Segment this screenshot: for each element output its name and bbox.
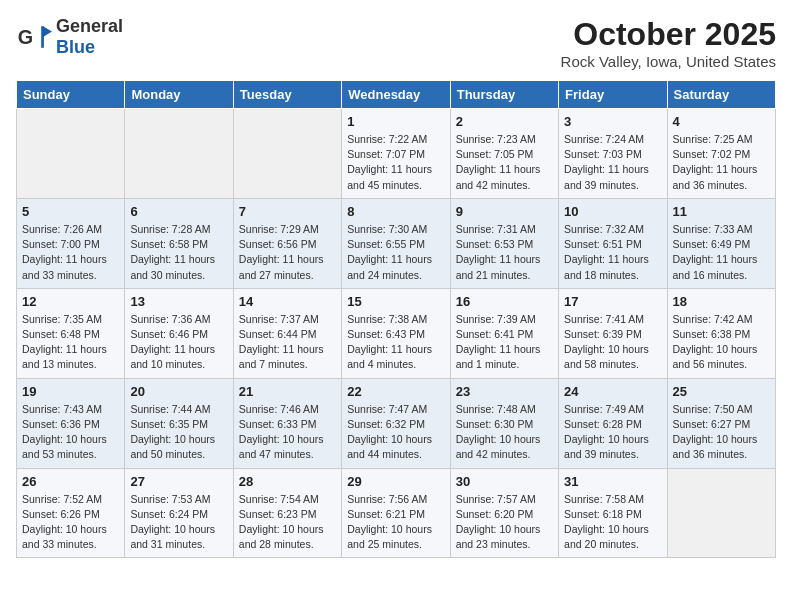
title-block: October 2025 Rock Valley, Iowa, United S… <box>561 16 776 70</box>
day-number: 7 <box>239 204 336 219</box>
calendar-cell: 4Sunrise: 7:25 AMSunset: 7:02 PMDaylight… <box>667 109 775 199</box>
calendar-cell: 8Sunrise: 7:30 AMSunset: 6:55 PMDaylight… <box>342 198 450 288</box>
calendar-cell <box>17 109 125 199</box>
calendar-cell: 17Sunrise: 7:41 AMSunset: 6:39 PMDayligh… <box>559 288 667 378</box>
day-info: Sunrise: 7:58 AMSunset: 6:18 PMDaylight:… <box>564 492 661 553</box>
day-number: 16 <box>456 294 553 309</box>
day-info: Sunrise: 7:29 AMSunset: 6:56 PMDaylight:… <box>239 222 336 283</box>
day-info: Sunrise: 7:23 AMSunset: 7:05 PMDaylight:… <box>456 132 553 193</box>
calendar-cell: 28Sunrise: 7:54 AMSunset: 6:23 PMDayligh… <box>233 468 341 558</box>
calendar-cell: 7Sunrise: 7:29 AMSunset: 6:56 PMDaylight… <box>233 198 341 288</box>
calendar-cell: 23Sunrise: 7:48 AMSunset: 6:30 PMDayligh… <box>450 378 558 468</box>
day-number: 6 <box>130 204 227 219</box>
day-info: Sunrise: 7:43 AMSunset: 6:36 PMDaylight:… <box>22 402 119 463</box>
day-number: 3 <box>564 114 661 129</box>
day-number: 13 <box>130 294 227 309</box>
calendar-cell: 20Sunrise: 7:44 AMSunset: 6:35 PMDayligh… <box>125 378 233 468</box>
day-number: 17 <box>564 294 661 309</box>
calendar-cell: 10Sunrise: 7:32 AMSunset: 6:51 PMDayligh… <box>559 198 667 288</box>
day-number: 12 <box>22 294 119 309</box>
logo: G General Blue <box>16 16 123 58</box>
day-info: Sunrise: 7:50 AMSunset: 6:27 PMDaylight:… <box>673 402 770 463</box>
day-info: Sunrise: 7:46 AMSunset: 6:33 PMDaylight:… <box>239 402 336 463</box>
day-number: 10 <box>564 204 661 219</box>
calendar-cell: 27Sunrise: 7:53 AMSunset: 6:24 PMDayligh… <box>125 468 233 558</box>
day-number: 5 <box>22 204 119 219</box>
day-info: Sunrise: 7:53 AMSunset: 6:24 PMDaylight:… <box>130 492 227 553</box>
calendar-cell: 25Sunrise: 7:50 AMSunset: 6:27 PMDayligh… <box>667 378 775 468</box>
calendar-header: SundayMondayTuesdayWednesdayThursdayFrid… <box>17 81 776 109</box>
day-number: 31 <box>564 474 661 489</box>
calendar-cell: 14Sunrise: 7:37 AMSunset: 6:44 PMDayligh… <box>233 288 341 378</box>
day-info: Sunrise: 7:57 AMSunset: 6:20 PMDaylight:… <box>456 492 553 553</box>
calendar-cell: 6Sunrise: 7:28 AMSunset: 6:58 PMDaylight… <box>125 198 233 288</box>
calendar-cell: 29Sunrise: 7:56 AMSunset: 6:21 PMDayligh… <box>342 468 450 558</box>
calendar-body: 1Sunrise: 7:22 AMSunset: 7:07 PMDaylight… <box>17 109 776 558</box>
calendar-cell: 24Sunrise: 7:49 AMSunset: 6:28 PMDayligh… <box>559 378 667 468</box>
day-info: Sunrise: 7:54 AMSunset: 6:23 PMDaylight:… <box>239 492 336 553</box>
svg-text:G: G <box>18 26 33 48</box>
day-info: Sunrise: 7:49 AMSunset: 6:28 PMDaylight:… <box>564 402 661 463</box>
day-info: Sunrise: 7:38 AMSunset: 6:43 PMDaylight:… <box>347 312 444 373</box>
calendar-cell <box>233 109 341 199</box>
day-info: Sunrise: 7:32 AMSunset: 6:51 PMDaylight:… <box>564 222 661 283</box>
weekday-friday: Friday <box>559 81 667 109</box>
day-number: 27 <box>130 474 227 489</box>
day-number: 14 <box>239 294 336 309</box>
calendar-cell: 15Sunrise: 7:38 AMSunset: 6:43 PMDayligh… <box>342 288 450 378</box>
day-number: 24 <box>564 384 661 399</box>
day-number: 26 <box>22 474 119 489</box>
day-number: 2 <box>456 114 553 129</box>
day-number: 8 <box>347 204 444 219</box>
calendar-week-1: 5Sunrise: 7:26 AMSunset: 7:00 PMDaylight… <box>17 198 776 288</box>
calendar-cell: 9Sunrise: 7:31 AMSunset: 6:53 PMDaylight… <box>450 198 558 288</box>
day-info: Sunrise: 7:44 AMSunset: 6:35 PMDaylight:… <box>130 402 227 463</box>
calendar-cell: 16Sunrise: 7:39 AMSunset: 6:41 PMDayligh… <box>450 288 558 378</box>
svg-rect-3 <box>41 26 44 48</box>
day-number: 30 <box>456 474 553 489</box>
calendar-cell: 12Sunrise: 7:35 AMSunset: 6:48 PMDayligh… <box>17 288 125 378</box>
calendar-cell: 18Sunrise: 7:42 AMSunset: 6:38 PMDayligh… <box>667 288 775 378</box>
day-number: 25 <box>673 384 770 399</box>
day-info: Sunrise: 7:30 AMSunset: 6:55 PMDaylight:… <box>347 222 444 283</box>
day-info: Sunrise: 7:35 AMSunset: 6:48 PMDaylight:… <box>22 312 119 373</box>
day-info: Sunrise: 7:48 AMSunset: 6:30 PMDaylight:… <box>456 402 553 463</box>
calendar-cell: 22Sunrise: 7:47 AMSunset: 6:32 PMDayligh… <box>342 378 450 468</box>
day-info: Sunrise: 7:39 AMSunset: 6:41 PMDaylight:… <box>456 312 553 373</box>
day-info: Sunrise: 7:22 AMSunset: 7:07 PMDaylight:… <box>347 132 444 193</box>
calendar-cell: 11Sunrise: 7:33 AMSunset: 6:49 PMDayligh… <box>667 198 775 288</box>
calendar-cell: 13Sunrise: 7:36 AMSunset: 6:46 PMDayligh… <box>125 288 233 378</box>
day-info: Sunrise: 7:24 AMSunset: 7:03 PMDaylight:… <box>564 132 661 193</box>
day-info: Sunrise: 7:37 AMSunset: 6:44 PMDaylight:… <box>239 312 336 373</box>
logo-text-general: General <box>56 16 123 36</box>
calendar-cell: 2Sunrise: 7:23 AMSunset: 7:05 PMDaylight… <box>450 109 558 199</box>
day-number: 11 <box>673 204 770 219</box>
day-info: Sunrise: 7:31 AMSunset: 6:53 PMDaylight:… <box>456 222 553 283</box>
calendar-week-4: 26Sunrise: 7:52 AMSunset: 6:26 PMDayligh… <box>17 468 776 558</box>
calendar-cell: 21Sunrise: 7:46 AMSunset: 6:33 PMDayligh… <box>233 378 341 468</box>
day-number: 29 <box>347 474 444 489</box>
day-number: 23 <box>456 384 553 399</box>
calendar-cell: 3Sunrise: 7:24 AMSunset: 7:03 PMDaylight… <box>559 109 667 199</box>
day-info: Sunrise: 7:56 AMSunset: 6:21 PMDaylight:… <box>347 492 444 553</box>
calendar-week-2: 12Sunrise: 7:35 AMSunset: 6:48 PMDayligh… <box>17 288 776 378</box>
calendar-cell: 5Sunrise: 7:26 AMSunset: 7:00 PMDaylight… <box>17 198 125 288</box>
day-number: 20 <box>130 384 227 399</box>
month-title: October 2025 <box>561 16 776 53</box>
calendar-cell <box>667 468 775 558</box>
weekday-thursday: Thursday <box>450 81 558 109</box>
weekday-wednesday: Wednesday <box>342 81 450 109</box>
day-info: Sunrise: 7:26 AMSunset: 7:00 PMDaylight:… <box>22 222 119 283</box>
calendar-cell <box>125 109 233 199</box>
day-number: 9 <box>456 204 553 219</box>
weekday-sunday: Sunday <box>17 81 125 109</box>
calendar-table: SundayMondayTuesdayWednesdayThursdayFrid… <box>16 80 776 558</box>
day-number: 1 <box>347 114 444 129</box>
calendar-cell: 30Sunrise: 7:57 AMSunset: 6:20 PMDayligh… <box>450 468 558 558</box>
day-info: Sunrise: 7:25 AMSunset: 7:02 PMDaylight:… <box>673 132 770 193</box>
calendar-week-0: 1Sunrise: 7:22 AMSunset: 7:07 PMDaylight… <box>17 109 776 199</box>
calendar-cell: 1Sunrise: 7:22 AMSunset: 7:07 PMDaylight… <box>342 109 450 199</box>
day-info: Sunrise: 7:42 AMSunset: 6:38 PMDaylight:… <box>673 312 770 373</box>
day-number: 28 <box>239 474 336 489</box>
logo-text-blue: Blue <box>56 37 95 57</box>
